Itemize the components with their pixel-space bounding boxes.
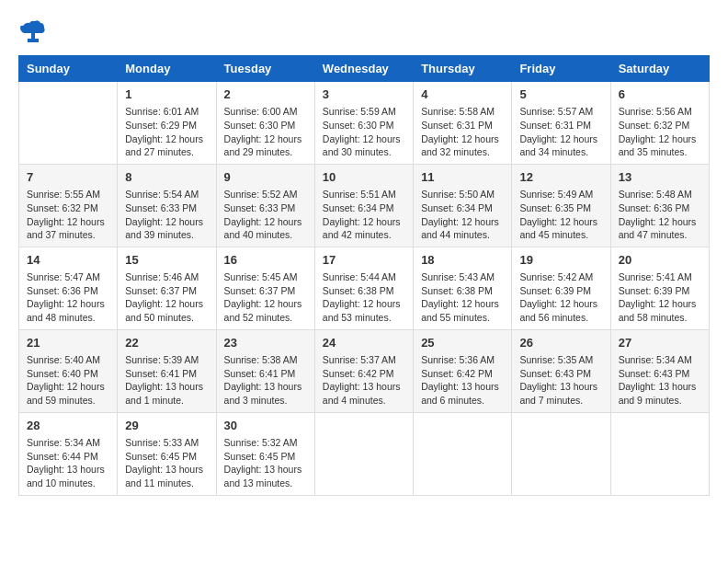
calendar-cell: 21Sunrise: 5:40 AM Sunset: 6:40 PM Dayli… (19, 329, 118, 412)
day-info: Sunrise: 5:55 AM Sunset: 6:32 PM Dayligh… (27, 188, 109, 242)
day-info: Sunrise: 5:42 AM Sunset: 6:39 PM Dayligh… (519, 270, 602, 325)
header-row: SundayMondayTuesdayWednesdayThursdayFrid… (19, 56, 710, 82)
day-number: 29 (125, 418, 208, 434)
calendar-cell: 20Sunrise: 5:41 AM Sunset: 6:39 PM Dayli… (610, 247, 709, 329)
day-info: Sunrise: 5:49 AM Sunset: 6:35 PM Dayligh… (519, 188, 602, 242)
day-info: Sunrise: 5:51 AM Sunset: 6:34 PM Dayligh… (323, 188, 405, 242)
calendar-cell: 17Sunrise: 5:44 AM Sunset: 6:38 PM Dayli… (314, 247, 413, 329)
calendar-cell (414, 412, 512, 495)
calendar-cell (512, 412, 610, 495)
calendar-cell: 9Sunrise: 5:52 AM Sunset: 6:33 PM Daylig… (216, 164, 314, 247)
calendar-cell: 15Sunrise: 5:46 AM Sunset: 6:37 PM Dayli… (118, 247, 216, 329)
calendar-cell (610, 412, 709, 495)
page-header (18, 18, 710, 46)
day-number: 14 (27, 252, 109, 269)
day-number: 7 (27, 169, 109, 186)
day-header-saturday: Saturday (610, 56, 709, 82)
calendar-cell (19, 82, 118, 165)
day-number: 8 (125, 169, 208, 186)
week-row-5: 28Sunrise: 5:34 AM Sunset: 6:44 PM Dayli… (19, 412, 710, 495)
day-number: 1 (125, 86, 208, 103)
day-header-monday: Monday (118, 56, 216, 82)
day-number: 4 (421, 86, 504, 103)
week-row-1: 1Sunrise: 6:01 AM Sunset: 6:29 PM Daylig… (19, 82, 710, 165)
day-number: 2 (224, 86, 307, 103)
day-number: 12 (519, 169, 602, 186)
day-number: 10 (323, 169, 405, 186)
calendar-cell: 29Sunrise: 5:33 AM Sunset: 6:45 PM Dayli… (118, 412, 216, 495)
day-header-sunday: Sunday (19, 56, 118, 82)
day-info: Sunrise: 5:37 AM Sunset: 6:42 PM Dayligh… (323, 353, 405, 408)
calendar-table: SundayMondayTuesdayWednesdayThursdayFrid… (18, 55, 710, 496)
calendar-cell: 26Sunrise: 5:35 AM Sunset: 6:43 PM Dayli… (512, 329, 610, 412)
day-info: Sunrise: 5:36 AM Sunset: 6:42 PM Dayligh… (421, 353, 504, 408)
calendar-cell: 25Sunrise: 5:36 AM Sunset: 6:42 PM Dayli… (414, 329, 512, 412)
day-info: Sunrise: 5:54 AM Sunset: 6:33 PM Dayligh… (125, 188, 208, 242)
calendar-cell: 28Sunrise: 5:34 AM Sunset: 6:44 PM Dayli… (19, 412, 118, 495)
day-info: Sunrise: 5:39 AM Sunset: 6:41 PM Dayligh… (125, 353, 208, 408)
day-number: 6 (619, 86, 701, 103)
day-number: 9 (224, 169, 307, 186)
day-info: Sunrise: 5:47 AM Sunset: 6:36 PM Dayligh… (27, 270, 109, 325)
calendar-cell: 8Sunrise: 5:54 AM Sunset: 6:33 PM Daylig… (118, 164, 216, 247)
day-info: Sunrise: 5:56 AM Sunset: 6:32 PM Dayligh… (619, 105, 701, 159)
day-number: 30 (224, 418, 307, 434)
day-number: 17 (323, 252, 405, 269)
day-info: Sunrise: 5:33 AM Sunset: 6:45 PM Dayligh… (125, 436, 208, 490)
day-number: 11 (421, 169, 504, 186)
day-info: Sunrise: 5:48 AM Sunset: 6:36 PM Dayligh… (619, 188, 701, 242)
week-row-3: 14Sunrise: 5:47 AM Sunset: 6:36 PM Dayli… (19, 247, 710, 329)
calendar-cell: 1Sunrise: 6:01 AM Sunset: 6:29 PM Daylig… (118, 82, 216, 165)
calendar-cell: 7Sunrise: 5:55 AM Sunset: 6:32 PM Daylig… (19, 164, 118, 247)
week-row-4: 21Sunrise: 5:40 AM Sunset: 6:40 PM Dayli… (19, 329, 710, 412)
day-info: Sunrise: 5:38 AM Sunset: 6:41 PM Dayligh… (224, 353, 307, 408)
week-row-2: 7Sunrise: 5:55 AM Sunset: 6:32 PM Daylig… (19, 164, 710, 247)
day-number: 3 (323, 86, 405, 103)
calendar-cell: 24Sunrise: 5:37 AM Sunset: 6:42 PM Dayli… (314, 329, 413, 412)
day-info: Sunrise: 5:59 AM Sunset: 6:30 PM Dayligh… (323, 105, 405, 159)
day-number: 28 (27, 418, 109, 434)
calendar-cell: 30Sunrise: 5:32 AM Sunset: 6:45 PM Dayli… (216, 412, 314, 495)
day-info: Sunrise: 5:40 AM Sunset: 6:40 PM Dayligh… (27, 353, 109, 408)
day-header-thursday: Thursday (414, 56, 512, 82)
day-header-friday: Friday (512, 56, 610, 82)
day-info: Sunrise: 5:34 AM Sunset: 6:43 PM Dayligh… (619, 353, 701, 408)
day-number: 22 (125, 335, 208, 351)
logo-icon (18, 18, 46, 46)
day-info: Sunrise: 5:35 AM Sunset: 6:43 PM Dayligh… (519, 353, 602, 408)
day-info: Sunrise: 5:58 AM Sunset: 6:31 PM Dayligh… (421, 105, 504, 159)
day-header-tuesday: Tuesday (216, 56, 314, 82)
day-number: 23 (224, 335, 307, 351)
day-info: Sunrise: 5:44 AM Sunset: 6:38 PM Dayligh… (323, 270, 405, 325)
calendar-cell: 14Sunrise: 5:47 AM Sunset: 6:36 PM Dayli… (19, 247, 118, 329)
logo (18, 18, 50, 46)
day-number: 25 (421, 335, 504, 351)
calendar-cell: 11Sunrise: 5:50 AM Sunset: 6:34 PM Dayli… (414, 164, 512, 247)
calendar-cell: 22Sunrise: 5:39 AM Sunset: 6:41 PM Dayli… (118, 329, 216, 412)
day-number: 18 (421, 252, 504, 269)
calendar-cell: 4Sunrise: 5:58 AM Sunset: 6:31 PM Daylig… (414, 82, 512, 165)
day-info: Sunrise: 5:50 AM Sunset: 6:34 PM Dayligh… (421, 188, 504, 242)
day-info: Sunrise: 5:34 AM Sunset: 6:44 PM Dayligh… (27, 436, 109, 490)
calendar-cell: 3Sunrise: 5:59 AM Sunset: 6:30 PM Daylig… (314, 82, 413, 165)
calendar-cell: 16Sunrise: 5:45 AM Sunset: 6:37 PM Dayli… (216, 247, 314, 329)
day-info: Sunrise: 5:43 AM Sunset: 6:38 PM Dayligh… (421, 270, 504, 325)
day-header-wednesday: Wednesday (314, 56, 413, 82)
calendar-cell: 27Sunrise: 5:34 AM Sunset: 6:43 PM Dayli… (610, 329, 709, 412)
day-number: 20 (619, 252, 701, 269)
calendar-cell (314, 412, 413, 495)
day-number: 26 (519, 335, 602, 351)
day-number: 15 (125, 252, 208, 269)
day-number: 19 (519, 252, 602, 269)
day-number: 5 (519, 86, 602, 103)
calendar-cell: 6Sunrise: 5:56 AM Sunset: 6:32 PM Daylig… (610, 82, 709, 165)
day-number: 16 (224, 252, 307, 269)
calendar-cell: 13Sunrise: 5:48 AM Sunset: 6:36 PM Dayli… (610, 164, 709, 247)
calendar-cell: 2Sunrise: 6:00 AM Sunset: 6:30 PM Daylig… (216, 82, 314, 165)
calendar-cell: 18Sunrise: 5:43 AM Sunset: 6:38 PM Dayli… (414, 247, 512, 329)
day-info: Sunrise: 6:01 AM Sunset: 6:29 PM Dayligh… (125, 105, 208, 159)
calendar-cell: 23Sunrise: 5:38 AM Sunset: 6:41 PM Dayli… (216, 329, 314, 412)
day-number: 27 (619, 335, 701, 351)
day-info: Sunrise: 5:52 AM Sunset: 6:33 PM Dayligh… (224, 188, 307, 242)
calendar-cell: 5Sunrise: 5:57 AM Sunset: 6:31 PM Daylig… (512, 82, 610, 165)
